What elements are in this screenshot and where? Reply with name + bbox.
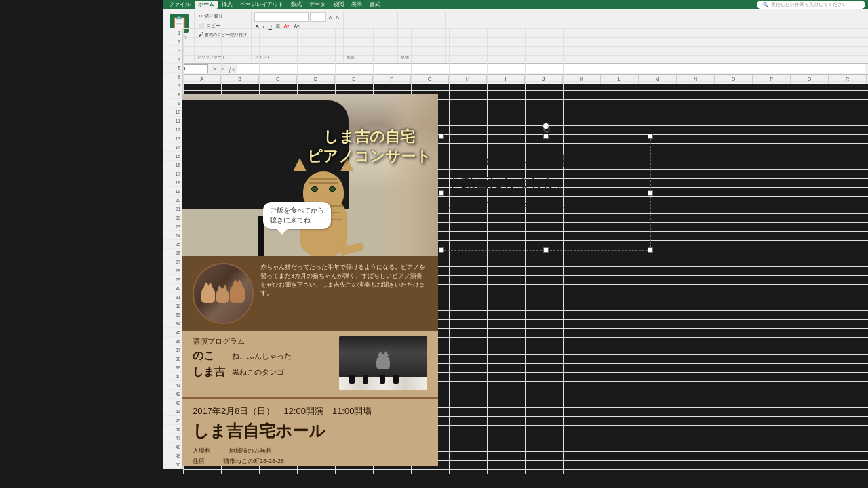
speech-line1: ご飯を食べてから: [270, 206, 324, 216]
handle-middle-left[interactable]: [439, 190, 444, 196]
row-16: 16: [163, 161, 183, 169]
speech-line2: 聴きに来てね: [270, 216, 324, 225]
performer-1-name: のこ: [193, 349, 226, 363]
row-20: 20: [163, 196, 183, 205]
row-4: 4: [163, 55, 183, 64]
search-icon: 🔍: [762, 2, 769, 8]
text-box-content: ←このチラシが出来るまで を動画にしました。 エクセルで作っています。: [448, 150, 644, 215]
stripe1: [310, 178, 337, 180]
speech-bubble: ご飯を食べてから 聴きに来てね: [263, 202, 331, 229]
flyer-title-line1: しま吉の自宅: [307, 127, 431, 147]
row-36: 36: [163, 337, 183, 346]
row-7: 7: [163, 81, 183, 90]
menu-data[interactable]: データ: [306, 1, 329, 9]
handle-bottom-center[interactable]: [543, 247, 549, 253]
bk2: [363, 375, 368, 384]
row-29: 29: [163, 275, 183, 284]
cut-label: 切り取り: [204, 14, 223, 18]
copy-label: コピー: [206, 23, 220, 28]
row-31: 31: [163, 293, 183, 302]
cat-eye-left: [311, 186, 318, 192]
flyer-middle: 赤ちゃん猫だってたった半年で弾けるようになる。ピアノを習ってまだ3カ月の猫ちゃん…: [182, 256, 438, 331]
row-30: 30: [163, 284, 183, 293]
search-box[interactable]: 🔍 実行したい作業を入力してください: [757, 1, 865, 9]
cat-background: [182, 94, 438, 256]
row-14: 14: [163, 143, 183, 152]
row-10: 10: [163, 108, 183, 117]
row-49: 49: [163, 451, 183, 460]
row-37: 37: [163, 346, 183, 354]
row-33: 33: [163, 310, 183, 319]
menu-format[interactable]: 書式: [366, 1, 384, 9]
program-item-1: のこ ねこふんじゃった: [193, 349, 332, 363]
performer-2-song: 黒ねこのタンゴ: [232, 365, 284, 380]
flyer-bottom: 2017年2月8日（日） 12:00開演 11:00開場 しま吉自宅ホール 入場…: [182, 397, 438, 466]
row-24: 24: [163, 231, 183, 240]
font-name-input[interactable]: [254, 12, 309, 22]
cat-mini-3: [230, 284, 245, 303]
handle-top-center[interactable]: [543, 134, 549, 139]
menu-formula[interactable]: 数式: [288, 1, 305, 9]
flyer-title: しま吉の自宅 ピアノコンサート: [307, 127, 431, 166]
row-21: 21: [163, 205, 183, 214]
row-40: 40: [163, 372, 183, 381]
row-23: 23: [163, 222, 183, 231]
admission: 入場料 ： 地域猫のみ無料: [193, 446, 427, 456]
menu-file[interactable]: ファイル: [165, 1, 194, 9]
handle-bottom-right[interactable]: [648, 247, 653, 253]
cat-mini-2: [216, 288, 229, 303]
text-box[interactable]: ←このチラシが出来るまで を動画にしました。 エクセルで作っています。: [441, 136, 651, 251]
flyer-title-line2: ピアノコンサート: [307, 147, 431, 167]
row-numbers: 1 2 3 4 5 6 7 8 9 10 11 12 13 14 15 16 1…: [163, 28, 183, 488]
ear-sr: [383, 351, 389, 356]
row-38: 38: [163, 354, 183, 363]
ear-sl: [378, 351, 383, 356]
cat-mini-1: [201, 286, 215, 303]
row-5: 5: [163, 64, 183, 73]
font-row-1: A A: [254, 12, 340, 22]
row-46: 46: [163, 425, 183, 434]
flyer-top-photo: しま吉の自宅 ピアノコンサート ご飯を食べてから 聴きに来てね: [182, 94, 438, 256]
handle-bottom-left[interactable]: [439, 247, 444, 253]
row-42: 42: [163, 390, 183, 399]
row-13: 13: [163, 134, 183, 143]
row-17: 17: [163, 169, 183, 178]
address: 住所 ： 猫市ねこの町28-28-28: [193, 456, 427, 466]
copy-icon: ⬜: [199, 23, 205, 28]
cat-ear-left: [293, 158, 307, 171]
curtain: [384, 94, 438, 256]
row-18: 18: [163, 178, 183, 187]
cat-body-small: [376, 354, 390, 369]
handle-top-left[interactable]: [439, 134, 444, 139]
handle-top-right[interactable]: [648, 134, 653, 139]
row-8: 8: [163, 90, 183, 99]
menu-view[interactable]: 表示: [348, 1, 366, 9]
rotate-handle[interactable]: [542, 123, 549, 129]
menu-page-layout[interactable]: ページレイアウト: [237, 1, 287, 9]
font-size-input[interactable]: [310, 12, 326, 22]
program-item-2: しま吉 黒ねこのタンゴ: [193, 365, 332, 380]
cat-circle-photo: [193, 263, 254, 324]
row-3: 3: [163, 46, 183, 55]
row-45: 45: [163, 416, 183, 425]
font-size-down[interactable]: A: [334, 14, 340, 20]
row-22: 22: [163, 214, 183, 222]
program-title: 講演プログラム: [193, 336, 332, 346]
handle-middle-right[interactable]: [648, 190, 653, 196]
font-size-up[interactable]: A: [328, 14, 334, 20]
row-12: 12: [163, 125, 183, 134]
row-1: 1: [163, 28, 183, 37]
menu-home[interactable]: ホーム: [195, 1, 218, 9]
text-line1: ←このチラシが出来るまで: [448, 150, 644, 171]
row-34: 34: [163, 319, 183, 328]
row-9: 9: [163, 99, 183, 108]
row-44: 44: [163, 407, 183, 416]
cut-button[interactable]: ✂ 切り取り: [197, 12, 224, 20]
row-43: 43: [163, 399, 183, 407]
ear-l2: [218, 285, 222, 289]
program-photo: [339, 336, 427, 390]
row-15: 15: [163, 152, 183, 161]
menu-review[interactable]: 校閲: [330, 1, 347, 9]
menu-insert[interactable]: 挿入: [218, 1, 236, 9]
text-line3: エクセルで作っています。: [448, 193, 644, 215]
